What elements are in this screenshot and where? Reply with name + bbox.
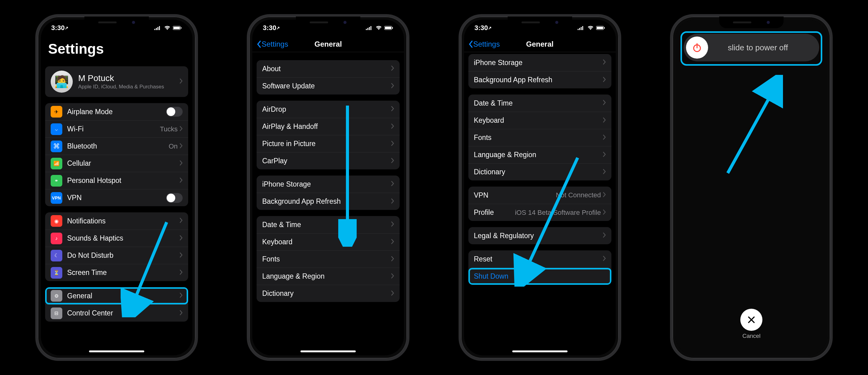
bg-refresh-row[interactable]: Background App Refresh [468,71,611,88]
page-title: Settings [41,36,192,63]
control-center-icon: ⊟ [51,308,62,319]
vpn-icon: VPN [51,192,62,204]
svg-rect-21 [597,27,603,29]
lang-region-row[interactable]: Language & Region [468,146,611,163]
legal-row[interactable]: Legal & Regulatory [468,227,611,244]
phone-1-settings: 3:30 ↗ Settings 🧑‍💻 M Potuck Apple ID, i… [35,14,198,361]
svg-rect-9 [367,28,368,30]
hotspot-icon: ⚭ [51,175,62,187]
svg-rect-16 [578,29,579,30]
date-time-row[interactable]: Date & Time [257,216,400,233]
control-center-row[interactable]: ⊟Control Center [45,305,188,322]
svg-rect-11 [370,26,371,30]
nav-title: General [315,40,342,49]
avatar: 🧑‍💻 [51,70,73,93]
airplane-mode-row[interactable]: ✈︎ Airplane Mode [45,103,188,120]
software-update-row[interactable]: Software Update [257,77,400,95]
svg-rect-10 [369,27,370,30]
hotspot-row[interactable]: ⚭ Personal Hotspot [45,172,188,189]
profile-config-row[interactable]: ProfileiOS 14 Beta Software Profile [468,204,611,221]
phone-2-general-top: 3:30↗ Settings General About Software Up… [247,14,409,361]
wifi-icon: ⌵ [55,126,58,132]
svg-rect-13 [385,27,391,29]
status-time: 3:30 [474,24,488,32]
airplay-row[interactable]: AirPlay & Handoff [257,118,400,135]
bluetooth-icon: ⌘ [51,140,62,152]
iphone-storage-row[interactable]: iPhone Storage [257,176,400,193]
highlight-box [680,31,822,66]
home-indicator[interactable] [89,350,144,352]
sounds-row[interactable]: ♪Sounds & Haptics [45,229,188,247]
general-row[interactable]: ⚙︎General [45,287,188,305]
keyboard-row[interactable]: Keyboard [468,112,611,129]
nav-title: General [526,40,553,49]
back-button[interactable]: Settings [468,40,500,49]
bg-refresh-row[interactable]: Background App Refresh [257,193,400,210]
status-time: 3:30 [51,24,65,32]
status-time: 3:30 [263,24,276,32]
svg-rect-14 [392,27,393,29]
wifi-row[interactable]: ⌵ Wi-Fi Tucks [45,120,188,137]
notifications-row[interactable]: ◉Notifications [45,212,188,229]
lang-region-row[interactable]: Language & Region [257,268,400,285]
vpn-row[interactable]: VPN VPN [45,189,188,206]
reset-row[interactable]: Reset [468,250,611,268]
airplane-icon: ✈︎ [54,109,58,115]
cellular-icon: 📶 [51,158,62,169]
fonts-row[interactable]: Fonts [257,250,400,268]
home-indicator[interactable] [512,350,567,352]
phone-4-poweroff: slide to power off Cancel [670,14,833,361]
back-button[interactable]: Settings [256,40,288,49]
status-icons [154,26,182,30]
pip-row[interactable]: Picture in Picture [257,135,400,152]
shut-down-row[interactable]: Shut Down [468,268,611,285]
svg-rect-18 [581,27,582,30]
vpn-toggle[interactable] [166,193,183,203]
dnd-icon: ☾ [51,250,62,261]
cancel-label: Cancel [676,333,827,339]
apple-id-profile[interactable]: 🧑‍💻 M Potuck Apple ID, iCloud, Media & P… [45,66,188,97]
svg-rect-2 [157,27,158,30]
cellular-row[interactable]: 📶 Cellular [45,155,188,172]
screentime-row[interactable]: ⏳Screen Time [45,264,188,281]
vpn-config-row[interactable]: VPNNot Connected [468,187,611,204]
fonts-row[interactable]: Fonts [468,129,611,146]
close-icon [746,315,756,325]
dictionary-row[interactable]: Dictionary [257,285,400,302]
svg-rect-1 [156,28,157,30]
screentime-icon: ⏳ [51,267,62,279]
svg-rect-5 [174,27,180,29]
date-time-row[interactable]: Date & Time [468,95,611,112]
dictionary-row[interactable]: Dictionary [468,163,611,181]
home-indicator[interactable] [301,350,356,352]
svg-rect-22 [604,27,604,29]
airdrop-row[interactable]: AirDrop [257,101,400,118]
dnd-row[interactable]: ☾Do Not Disturb [45,247,188,264]
iphone-storage-row[interactable]: iPhone Storage [468,54,611,71]
about-row[interactable]: About [257,60,400,77]
phone-3-general-bottom: 3:30↗ Settings General iPhone Storage Ba… [459,14,621,361]
notifications-icon: ◉ [51,215,62,227]
svg-rect-3 [159,26,160,30]
cancel-button[interactable] [740,309,763,331]
carplay-row[interactable]: CarPlay [257,152,400,169]
svg-rect-17 [579,28,580,30]
sounds-icon: ♪ [51,232,62,244]
airplane-toggle[interactable] [166,107,183,117]
svg-rect-6 [181,27,181,29]
svg-rect-0 [154,29,155,30]
svg-rect-8 [366,29,367,30]
svg-rect-19 [582,26,583,30]
gear-icon: ⚙︎ [51,290,62,302]
bluetooth-row[interactable]: ⌘ Bluetooth On [45,137,188,155]
keyboard-row[interactable]: Keyboard [257,233,400,250]
